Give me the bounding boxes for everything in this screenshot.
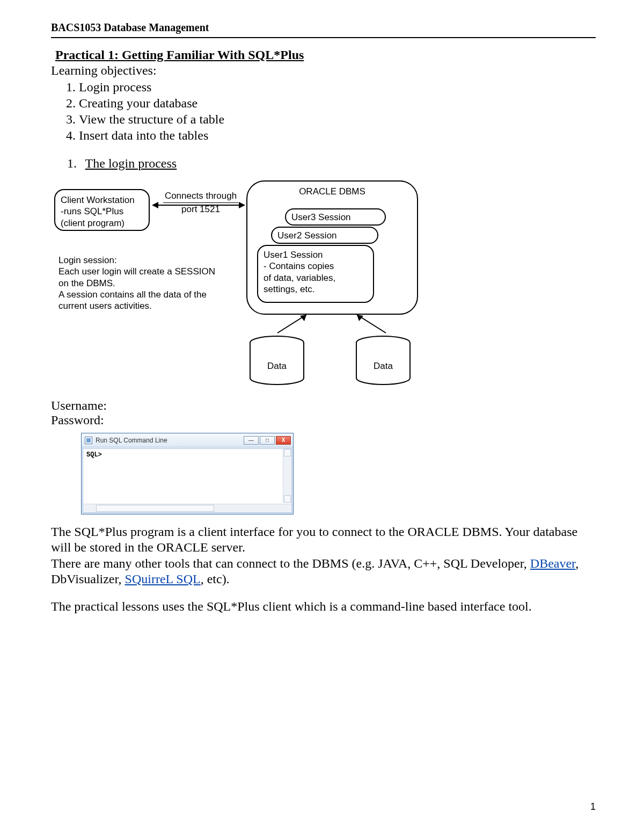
session-line: settings, etc. xyxy=(264,284,368,295)
arrow-left-icon xyxy=(152,202,158,208)
page-title: Practical 1: Getting Familiar With SQL*P… xyxy=(55,48,596,62)
session-box-3: User3 Session xyxy=(285,208,386,226)
objective-item: Creating your database xyxy=(79,95,596,111)
objectives-lead: Learning objectives: xyxy=(51,63,596,78)
connection-line: Connects through xyxy=(165,191,237,201)
password-label: Password: xyxy=(51,413,596,427)
squirrel-sql-link[interactable]: SQuirreL SQL xyxy=(125,572,201,586)
login-note-line: Each user login will create a SESSION xyxy=(58,266,230,277)
login-note-line: A session contains all the data of the xyxy=(58,289,230,300)
session-box-1: User1 Session - Contains copies of data,… xyxy=(257,245,374,303)
connection-line: port 1521 xyxy=(163,202,238,215)
scroll-up-icon[interactable] xyxy=(284,449,291,456)
document-page: BACS1053 Database Management Practical 1… xyxy=(0,0,644,834)
vertical-scrollbar[interactable] xyxy=(283,449,291,503)
session-box-2: User2 Session xyxy=(271,227,378,244)
login-diagram: Client Workstation -runs SQL*Plus (clien… xyxy=(54,180,467,395)
section-heading: 1. The login process xyxy=(67,156,596,171)
sql-command-window: Run SQL Command Line — □ X SQL> xyxy=(81,433,294,514)
objective-item: Insert data into the tables xyxy=(79,127,596,143)
session-label: User2 Session xyxy=(277,230,337,241)
close-button[interactable]: X xyxy=(276,436,291,445)
session-line: User1 Session xyxy=(264,249,368,260)
sql-console-body[interactable]: SQL> xyxy=(83,448,292,513)
sql-window-title: Run SQL Command Line xyxy=(96,437,167,444)
data-cylinder-left: Data xyxy=(247,335,306,386)
data-cylinder-right: Data xyxy=(354,335,413,386)
scroll-down-icon[interactable] xyxy=(284,495,291,503)
course-header: BACS1053 Database Management xyxy=(51,21,596,38)
section-number: 1. xyxy=(67,156,82,171)
console-icon xyxy=(85,437,92,444)
credentials-block: Username: Password: xyxy=(51,398,596,427)
body-paragraph: The SQL*Plus program is a client interfa… xyxy=(51,524,596,556)
client-box: Client Workstation -runs SQL*Plus (clien… xyxy=(54,189,150,231)
cylinder-label: Data xyxy=(354,361,413,372)
text-run: , etc). xyxy=(201,572,230,586)
body-paragraph: There are many other tools that can conn… xyxy=(51,556,596,588)
session-line: - Contains copies xyxy=(264,260,368,272)
section-title: The login process xyxy=(85,156,177,170)
client-line: Client Workstation xyxy=(61,194,143,206)
sql-titlebar: Run SQL Command Line — □ X xyxy=(82,433,293,447)
connection-label: Connects through port 1521 xyxy=(160,190,241,215)
login-note-line: current users activities. xyxy=(58,300,230,311)
text-run: There are many other tools that can conn… xyxy=(51,556,530,570)
cylinder-label: Data xyxy=(247,361,306,372)
objective-item: View the structure of a table xyxy=(79,111,596,127)
window-buttons: — □ X xyxy=(244,436,291,445)
session-line: of data, variables, xyxy=(264,272,368,284)
minimize-button[interactable]: — xyxy=(244,436,259,445)
client-line: (client program) xyxy=(61,217,143,229)
username-label: Username: xyxy=(51,398,596,413)
horizontal-scrollbar[interactable] xyxy=(83,504,291,512)
body-paragraph: The practical lessons uses the SQL*Plus … xyxy=(51,599,596,614)
page-number: 1 xyxy=(590,801,596,813)
objective-item: Login process xyxy=(79,79,596,95)
client-line: -runs SQL*Plus xyxy=(61,206,143,217)
dbeaver-link[interactable]: DBeaver xyxy=(530,556,575,570)
session-label: User3 Session xyxy=(291,212,351,222)
maximize-button[interactable]: □ xyxy=(260,436,275,445)
login-note-line: on the DBMS. xyxy=(58,278,230,289)
oracle-label: ORACLE DBMS xyxy=(246,186,418,197)
sql-prompt: SQL> xyxy=(86,451,102,459)
login-note: Login session: Each user login will crea… xyxy=(58,255,230,311)
login-note-line: Login session: xyxy=(58,255,230,266)
objectives-list: Login process Creating your database Vie… xyxy=(79,79,596,143)
scroll-thumb[interactable] xyxy=(96,505,214,512)
